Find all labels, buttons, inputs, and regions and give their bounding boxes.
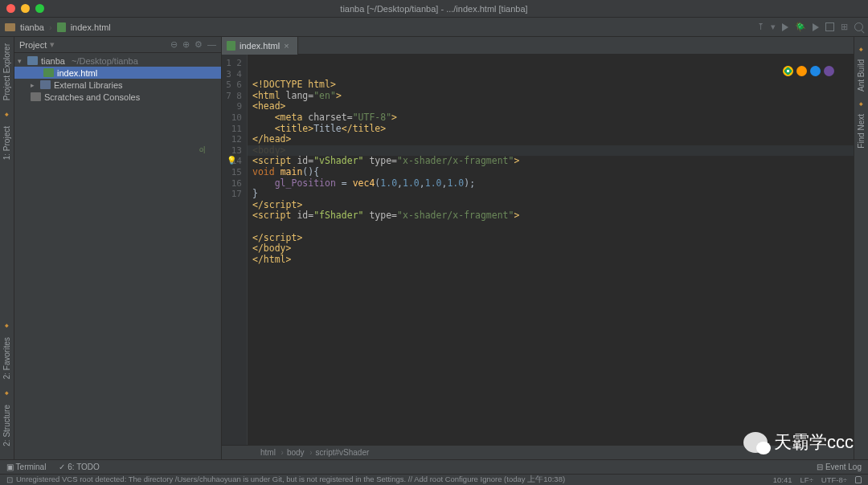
tab-label: index.html (240, 41, 280, 51)
tree-scratches[interactable]: Scratches and Consoles (14, 91, 221, 103)
crumb-html[interactable]: html (260, 448, 276, 457)
run-icon[interactable] (782, 23, 788, 31)
editor-area: index.html × 1 2 3 4 5 6 7 8 9 10 11 12 … (222, 37, 854, 459)
project-folder-icon (27, 56, 38, 65)
stop-icon[interactable] (825, 22, 834, 31)
html-file-icon (43, 68, 54, 77)
caret-right-icon[interactable]: ▸ (31, 81, 37, 89)
safari-icon[interactable] (810, 66, 821, 76)
html-file-icon (57, 22, 66, 32)
chevron-right-icon: › (49, 22, 52, 32)
run-config-dropdown[interactable]: ▾ (771, 22, 776, 32)
breadcrumb-folder[interactable]: tianba (20, 22, 44, 32)
rail-project-explorer[interactable]: Project Explorer (2, 43, 11, 100)
browser-preview-icons (783, 66, 834, 76)
tree-extlib-label: External Libraries (54, 80, 123, 90)
build-icon[interactable]: ⤒ (757, 22, 764, 32)
editor-breadcrumb: html body script#vShader (222, 445, 854, 459)
sidebar-title[interactable]: Project (19, 40, 47, 50)
caret-down-icon[interactable]: ▾ (18, 57, 24, 65)
lock-icon[interactable] (855, 476, 862, 483)
zoom-window-icon[interactable] (35, 4, 44, 13)
coverage-icon[interactable] (813, 23, 819, 31)
event-log-button[interactable]: ⊟ Event Log (817, 463, 862, 471)
tree-root-hint: ~/Desktop/tianba (72, 56, 138, 66)
sidebar-header: Project ▾ ⊖ ⊕ ⚙ — (14, 37, 221, 53)
rail-ant[interactable]: Ant Build (857, 59, 866, 92)
status-message[interactable]: Unregistered VCS root detected: The dire… (16, 475, 565, 485)
firefox-icon[interactable] (796, 66, 807, 76)
code-content[interactable]: <!DOCTYPE html> <html lang="en"> <head> … (248, 55, 854, 445)
settings-icon[interactable]: ⚙ (194, 39, 203, 50)
current-line-highlight (248, 145, 854, 157)
debug-icon[interactable]: 🪲 (795, 22, 806, 32)
search-icon[interactable] (854, 22, 863, 31)
layout-icon[interactable]: ⊞ (841, 22, 848, 32)
tree-file-label: index.html (57, 68, 97, 78)
close-window-icon[interactable] (6, 4, 15, 13)
window-controls (6, 4, 44, 13)
bottom-toolbar: ▣ Terminal ✓ 6: TODO ⊟ Event Log (0, 459, 868, 474)
collapse-icon[interactable]: ⊖ (170, 39, 178, 50)
titlebar: tianba [~/Desktop/tianba] - .../index.ht… (0, 0, 868, 18)
todo-button[interactable]: ✓ 6: TODO (59, 463, 99, 471)
rail-project[interactable]: 1: Project (2, 126, 11, 160)
minimize-window-icon[interactable] (21, 4, 30, 13)
editor-tabbar: index.html × (222, 37, 854, 55)
html-file-icon (227, 41, 235, 51)
scratch-icon (31, 92, 41, 101)
tree-external-libraries[interactable]: ▸ External Libraries (14, 79, 221, 91)
editor-body[interactable]: 1 2 3 4 5 6 7 8 9 10 11 12 13 14 15 16 1… (222, 55, 854, 445)
rail-find[interactable]: Find Next (857, 114, 866, 149)
library-icon (40, 80, 51, 89)
left-tool-rail: Project Explorer ⬥ 1: Project ⬥ 2: Favor… (0, 37, 14, 459)
gutter-marker-ok: o| (199, 145, 205, 153)
status-vcs-icon[interactable]: ⊡ (6, 475, 13, 484)
window-title: tianba [~/Desktop/tianba] - .../index.ht… (340, 4, 527, 14)
chrome-icon[interactable] (783, 66, 793, 76)
status-line-sep[interactable]: LF÷ (800, 475, 813, 484)
project-tree[interactable]: ▾ tianba ~/Desktop/tianba index.html ▸ E… (14, 53, 221, 104)
breadcrumb-file[interactable]: index.html (71, 22, 111, 32)
status-encoding[interactable]: UTF-8÷ (821, 475, 847, 484)
crumb-script[interactable]: script#vShader (316, 448, 370, 457)
line-gutter: 1 2 3 4 5 6 7 8 9 10 11 12 13 14 15 16 1… (222, 55, 248, 445)
tree-file-index[interactable]: index.html (14, 67, 221, 79)
hide-icon[interactable]: — (207, 39, 216, 50)
status-bar: ⊡ Unregistered VCS root detected: The di… (0, 474, 868, 485)
dropdown-icon[interactable]: ▾ (50, 39, 55, 50)
status-caret-position[interactable]: 10:41 (773, 475, 792, 484)
navigation-bar: tianba › index.html ⤒ ▾ 🪲 ⊞ (0, 18, 868, 37)
opera-icon[interactable] (824, 66, 834, 76)
crumb-body[interactable]: body (287, 448, 305, 457)
bulb-icon[interactable]: 💡 (227, 156, 236, 165)
tree-root[interactable]: ▾ tianba ~/Desktop/tianba (14, 55, 221, 67)
locate-icon[interactable]: ⊕ (182, 39, 190, 50)
tree-root-label: tianba (41, 56, 65, 66)
close-icon[interactable]: × (284, 41, 289, 51)
rail-structure[interactable]: 2: Structure (2, 405, 11, 446)
folder-icon (5, 23, 15, 31)
project-sidebar: Project ▾ ⊖ ⊕ ⚙ — ▾ tianba ~/Desktop/tia… (14, 37, 222, 459)
editor-tab-index[interactable]: index.html × (222, 37, 298, 55)
rail-favorites[interactable]: 2: Favorites (2, 337, 11, 379)
tree-scratch-label: Scratches and Consoles (44, 92, 140, 102)
right-tool-rail: ⬥ Ant Build ⬥ Find Next (854, 37, 868, 459)
terminal-button[interactable]: ▣ Terminal (6, 463, 46, 471)
